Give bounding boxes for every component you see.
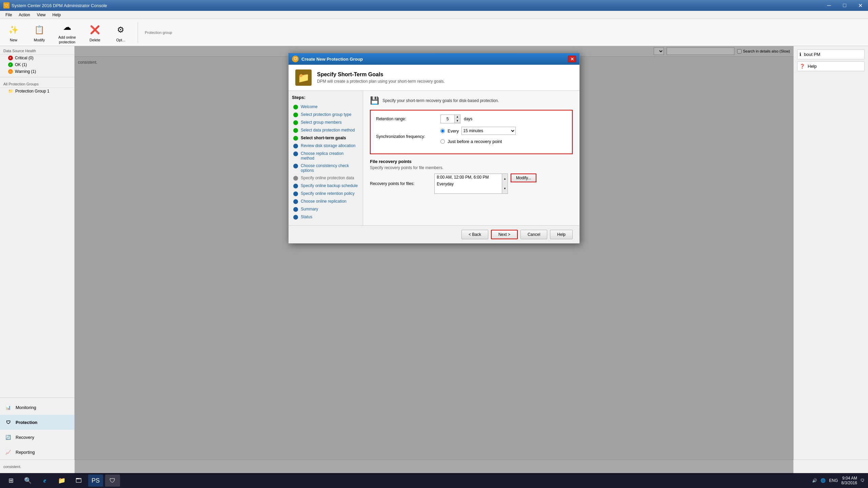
about-button[interactable]: ℹ bout PM: [797, 49, 865, 59]
help-panel-label: Help: [808, 64, 817, 69]
step-status-dot: [293, 215, 298, 220]
form-panel: 💾 Specify your short-term recovery goals…: [363, 91, 579, 225]
dialog-close-button[interactable]: ✕: [568, 56, 576, 62]
step-online-backup-label: Specify online backup schedule: [301, 183, 358, 188]
sidebar-nav-reporting[interactable]: 📈 Reporting: [0, 445, 74, 460]
days-label: days: [464, 117, 472, 121]
step-online-protection[interactable]: Specify online protection data: [292, 175, 359, 182]
step-consistency-check[interactable]: Choose consistency check options: [292, 162, 359, 174]
retention-value-input[interactable]: [441, 116, 454, 122]
step-select-protection-dot: [293, 128, 298, 133]
toolbar-modify-button[interactable]: 📋 Modify: [29, 22, 50, 43]
sync-frequency-row: Synchronization frequency: Every 15 minu…: [376, 127, 567, 146]
taskbar-clock: 9:04 AM 8/3/2016: [841, 476, 857, 485]
menu-view[interactable]: View: [34, 12, 48, 18]
step-online-retention-dot: [293, 191, 298, 196]
retention-spinbox[interactable]: ▲ ▼: [440, 115, 460, 123]
step-select-short-term[interactable]: Select short-term goals: [292, 135, 359, 142]
taskbar-notification-button[interactable]: 🗨: [861, 478, 865, 483]
cancel-button[interactable]: Cancel: [520, 230, 547, 239]
modify-button[interactable]: Modify...: [511, 174, 536, 182]
taskbar-search-button[interactable]: 🔍: [20, 474, 35, 487]
dialog-header-subtitle: DPM will create a protection plan using …: [317, 79, 445, 84]
monitoring-nav-icon: 📊: [3, 403, 13, 412]
sidebar-warning[interactable]: ⚠ Warning (1): [0, 68, 74, 75]
step-select-members-dot: [293, 120, 298, 125]
taskbar-taskview-button[interactable]: 🗔: [71, 474, 86, 487]
sidebar-protection-group-1[interactable]: 📁 Protection Group 1: [0, 88, 74, 95]
sidebar-ok[interactable]: ✓ OK (1): [0, 61, 74, 68]
recovery-points-row: Recovery points for files: 8:00 AM, 12:0…: [370, 174, 573, 194]
taskbar-dpm-button[interactable]: 🛡: [105, 474, 120, 487]
step-select-type[interactable]: Select protection group type: [292, 111, 359, 118]
step-online-backup[interactable]: Specify online backup schedule: [292, 182, 359, 189]
protection-group-label: Protection group: [145, 30, 172, 35]
step-status[interactable]: Status: [292, 214, 359, 221]
add-online-label: Add onlineprotection: [58, 35, 76, 44]
sync-interval-select[interactable]: 15 minutes 30 minutes 1 hour 2 hours: [461, 127, 516, 135]
retention-box: Retention range: ▲ ▼ days: [370, 110, 573, 154]
minimize-button[interactable]: ─: [821, 0, 837, 11]
recovery-points-list: 8:00 AM, 12:00 PM, 6:00 PM Everyday: [434, 174, 502, 194]
step-choose-replica-label: Choose replica creation method: [301, 151, 358, 161]
back-button[interactable]: < Back: [461, 230, 488, 239]
help-button[interactable]: Help: [550, 230, 573, 239]
step-welcome[interactable]: Welcome: [292, 103, 359, 110]
dialog-title: Create New Protection Group: [301, 57, 363, 62]
optimize-icon: ⚙: [114, 23, 127, 37]
sidebar-divider-1: [0, 77, 74, 77]
dialog-header: 📁 Specify Short-Term Goals DPM will crea…: [289, 65, 579, 91]
reporting-label: Reporting: [16, 450, 35, 455]
step-online-backup-dot: [293, 184, 298, 188]
recovery-list-scroll-up[interactable]: ▲: [502, 174, 508, 184]
close-button[interactable]: ✕: [852, 0, 868, 11]
menu-action[interactable]: Action: [16, 12, 33, 18]
taskbar-powershell-button[interactable]: PS: [88, 474, 103, 487]
step-summary[interactable]: Summary: [292, 206, 359, 213]
toolbar-add-online-protection-button[interactable]: ☁ Add onlineprotection: [55, 19, 79, 45]
protection-label: Protection: [16, 420, 37, 425]
step-review-disk[interactable]: Review disk storage allocation: [292, 142, 359, 149]
main-layout: Data Source Health ✕ Critical (0) ✓ OK (…: [0, 46, 868, 474]
next-button[interactable]: Next >: [491, 230, 518, 239]
delete-label: Delete: [90, 38, 100, 42]
step-choose-replica[interactable]: Choose replica creation method: [292, 150, 359, 162]
dialog-title-bar: 🛡 Create New Protection Group ✕: [289, 53, 579, 65]
delete-icon: ❌: [88, 23, 102, 37]
data-source-health-title: Data Source Health: [0, 46, 74, 55]
start-button[interactable]: ⊞: [3, 474, 18, 487]
taskbar-explorer-button[interactable]: 📁: [54, 474, 69, 487]
retention-increment-button[interactable]: ▲: [455, 115, 460, 119]
step-select-short-term-dot: [293, 136, 298, 141]
sync-before-label: Just before a recovery point: [448, 139, 502, 144]
help-panel-button[interactable]: ❓ Help: [797, 61, 865, 71]
toolbar-new-button[interactable]: ✨ New: [3, 22, 24, 43]
taskbar-edge-button[interactable]: e: [37, 474, 52, 487]
sidebar-nav-monitoring[interactable]: 📊 Monitoring: [0, 400, 74, 415]
sidebar-critical[interactable]: ✕ Critical (0): [0, 55, 74, 61]
sidebar-nav-recovery[interactable]: 🔄 Recovery: [0, 430, 74, 445]
maximize-button[interactable]: □: [837, 0, 852, 11]
retention-decrement-button[interactable]: ▼: [455, 119, 460, 123]
menu-file[interactable]: File: [3, 12, 15, 18]
dialog-header-text: Specify Short-Term Goals DPM will create…: [317, 72, 445, 84]
recovery-list-scroll-down[interactable]: ▼: [502, 184, 508, 194]
about-icon: ℹ: [800, 52, 801, 57]
toolbar-delete-button[interactable]: ❌ Delete: [85, 22, 105, 43]
step-online-retention[interactable]: Specify online retention policy: [292, 190, 359, 197]
menu-help[interactable]: Help: [50, 12, 64, 18]
warning-icon: ⚠: [8, 69, 13, 74]
sync-every-radio[interactable]: [440, 129, 445, 133]
dialog-header-title: Specify Short-Term Goals: [317, 72, 445, 78]
step-select-protection-method[interactable]: Select data protection method: [292, 127, 359, 134]
step-select-members[interactable]: Select group members: [292, 119, 359, 126]
sidebar-nav-protection[interactable]: 🛡 Protection: [0, 415, 74, 430]
step-online-replication[interactable]: Choose online replication: [292, 198, 359, 205]
sync-before-recovery-radio[interactable]: [440, 139, 445, 144]
step-choose-replica-dot: [293, 151, 298, 156]
step-select-protection-label: Select data protection method: [301, 128, 355, 133]
dialog: 🛡 Create New Protection Group ✕ 📁 Specif…: [288, 53, 580, 244]
toolbar-optimize-button[interactable]: ⚙ Opt...: [111, 22, 131, 43]
step-status-label: Status: [301, 215, 312, 219]
sidebar: Data Source Health ✕ Critical (0) ✓ OK (…: [0, 46, 75, 474]
